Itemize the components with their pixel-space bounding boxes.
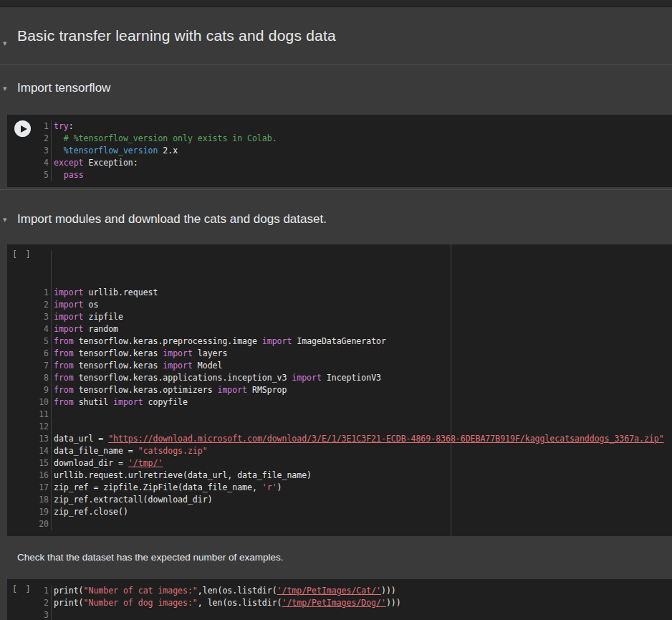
code-text: import urllib.request (50, 287, 158, 299)
code-line[interactable]: 13data_url = "https://download.microsoft… (7, 433, 672, 445)
code-text: import os (50, 299, 98, 311)
code-line[interactable]: 2 # %tensorflow_version only exists in C… (7, 133, 672, 145)
code-token: tensorflow.keras.optimizers (74, 385, 218, 395)
code-token: copyfile (143, 397, 188, 407)
code-line[interactable]: 1import urllib.request (7, 287, 672, 299)
code-line[interactable]: 1print("Number of cat images:",len(os.li… (7, 585, 672, 597)
line-number: 3 (7, 609, 50, 620)
collapse-section-icon[interactable]: ▾ (3, 39, 7, 47)
code-token (54, 146, 64, 156)
code-token: urllib.request.urlretrieve(data_url, dat… (54, 470, 312, 480)
code-token: import (54, 300, 84, 310)
code-line[interactable]: 15download_dir = '/tmp/' (7, 457, 672, 469)
column-ruler (451, 244, 451, 536)
code-editor[interactable]: 1print("Number of cat images:",len(os.li… (7, 585, 672, 620)
line-number: 16 (7, 469, 50, 482)
code-line[interactable]: 20 (7, 518, 672, 530)
code-line[interactable]: 12 (7, 421, 672, 433)
code-token: from (54, 361, 74, 371)
code-text (50, 609, 54, 620)
code-line[interactable]: 9from tensorflow.keras.optimizers import… (7, 384, 672, 396)
code-token: print( (54, 598, 84, 608)
code-line[interactable]: 4import random (7, 323, 672, 335)
collapse-section-icon[interactable]: ▾ (3, 84, 7, 92)
code-token: "Number of cat images:" (84, 586, 198, 596)
code-text: print("Number of dog images:", len(os.li… (50, 597, 401, 609)
collapse-section-icon[interactable]: ▾ (3, 215, 7, 224)
code-text: download_dir = '/tmp/' (50, 457, 163, 469)
code-link[interactable]: "https://download.microsoft.com/download… (108, 434, 663, 444)
code-token: urllib.request (84, 287, 158, 297)
code-token: tensorflow.keras (74, 361, 163, 371)
code-token: tensorflow.keras.preprocessing.image (74, 336, 262, 346)
line-number: 10 (7, 396, 50, 409)
code-line[interactable]: 19zip_ref.close() (7, 506, 672, 518)
line-number: 18 (7, 494, 50, 506)
line-number: 2 (7, 597, 50, 609)
code-token: , len(os.listdir( (198, 598, 282, 608)
notebook-title-heading: Basic transfer learning with cats and do… (17, 27, 672, 44)
code-text: from tensorflow.keras.preprocessing.imag… (50, 335, 386, 348)
code-token: import (54, 324, 84, 334)
code-text: from tensorflow.keras.optimizers import … (50, 384, 287, 396)
code-text (50, 518, 54, 530)
code-line[interactable]: 2print("Number of dog images:", len(os.l… (7, 597, 672, 609)
code-token: layers (193, 348, 227, 358)
code-text: import random (50, 323, 118, 335)
line-number: 4 (7, 323, 50, 335)
code-token: Model (193, 361, 223, 371)
line-number: 4 (7, 157, 50, 169)
code-text: # %tensorflow_version only exists in Col… (50, 133, 277, 145)
code-token: ) (277, 482, 282, 492)
line-number: 1 (7, 287, 50, 299)
code-token: except (54, 158, 84, 168)
code-token: from (54, 397, 74, 407)
code-editor[interactable]: 1try:2 # %tensorflow_version only exists… (7, 120, 672, 181)
code-line[interactable]: 14data_file_name = "catsdogs.zip" (7, 445, 672, 457)
line-number: 7 (7, 360, 50, 372)
code-line[interactable]: 2import os (7, 299, 672, 311)
section-import-tensorflow: ▾ Import tensorflow 1try:2 # %tensorflow… (0, 65, 672, 190)
code-line[interactable]: 16urllib.request.urlretrieve(data_url, d… (7, 469, 672, 482)
code-line[interactable]: 3 %tensorflow_version 2.x (7, 145, 672, 157)
code-line[interactable]: 8from tensorflow.keras.applications.ince… (7, 372, 672, 384)
code-token: "catsdogs.zip" (138, 446, 208, 456)
code-token: zip_ref = zipfile.ZipFile(data_file_name… (54, 482, 262, 492)
code-link[interactable]: '/tmp/' (128, 458, 163, 468)
code-line[interactable]: 17zip_ref = zipfile.ZipFile(data_file_na… (7, 482, 672, 494)
code-token: from (54, 336, 74, 346)
line-number: 6 (7, 348, 50, 360)
code-line[interactable]: 7from tensorflow.keras import Model (7, 360, 672, 372)
code-line[interactable]: 18zip_ref.extractall(download_dir) (7, 494, 672, 506)
code-line[interactable]: 5 pass (7, 169, 672, 181)
code-line[interactable]: 11 (7, 409, 672, 421)
code-token: import (54, 312, 84, 322)
code-token: 2.x (158, 146, 178, 156)
code-line[interactable]: 1try: (7, 120, 672, 133)
code-line[interactable]: 4except Exception: (7, 157, 672, 169)
code-line[interactable]: 6from tensorflow.keras import layers (7, 348, 672, 360)
code-token: RMSprop (247, 385, 287, 395)
code-text (50, 421, 54, 433)
code-line[interactable]: 3import zipfile (7, 311, 672, 323)
markdown-check-note: Check that the dataset has the expected … (17, 551, 672, 563)
line-number: 20 (7, 518, 50, 530)
code-text: import zipfile (50, 311, 123, 323)
section-heading-import-tensorflow: Import tensorflow (0, 65, 672, 96)
line-number: 2 (7, 299, 50, 311)
code-link[interactable]: '/tmp/PetImages/Cat/' (277, 586, 381, 596)
code-cell-check-counts[interactable]: [ ] 1print("Number of cat images:",len(o… (7, 579, 672, 620)
code-line[interactable]: 10from shutil import copyfile (7, 396, 672, 409)
code-editor[interactable]: 1import urllib.request2import os3import … (7, 250, 672, 530)
code-text: try: (50, 120, 74, 133)
code-token: data_url = (54, 434, 108, 444)
line-number: 11 (7, 409, 50, 421)
code-token: ImageDataGenerator (292, 336, 386, 346)
code-token: shutil (74, 397, 113, 407)
code-link[interactable]: '/tmp/PetImages/Dog/' (282, 598, 386, 608)
code-line[interactable]: 5from tensorflow.keras.preprocessing.ima… (7, 335, 672, 348)
code-text: from tensorflow.keras import Model (50, 360, 222, 372)
code-line[interactable]: 3 (7, 609, 672, 620)
code-cell-import-tensorflow[interactable]: 1try:2 # %tensorflow_version only exists… (7, 115, 672, 187)
code-cell-imports-download[interactable]: [ ] 1import urllib.request2import os3imp… (7, 244, 672, 536)
